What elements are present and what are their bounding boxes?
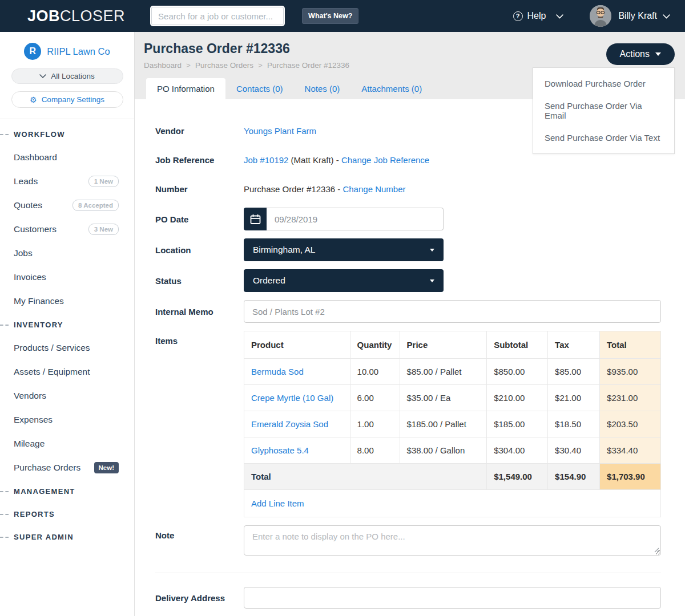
chevron-down-icon[interactable]	[663, 11, 670, 21]
status-label: Status	[155, 276, 244, 286]
sidebar-item-leads[interactable]: Leads1 New	[0, 169, 134, 193]
add-line-item-link[interactable]: Add Line Item	[251, 499, 304, 508]
customers-badge: 3 New	[88, 224, 119, 235]
section-dash-icon	[0, 134, 9, 135]
number-text: Purchase Order #12336 -	[244, 184, 342, 194]
tax-cell: $21.00	[548, 385, 600, 411]
sidebar-item-invoices[interactable]: Invoices	[0, 265, 134, 289]
top-navbar: JOBCLOSER What's New? ? Help Billy Kraft	[0, 0, 685, 32]
col-header-total: Total	[600, 331, 661, 359]
sidebar-section-management[interactable]: MANAGEMENT	[0, 480, 134, 502]
menu-item-send-po-text[interactable]: Send Purchase Order Via Text	[533, 127, 674, 149]
breadcrumb-dashboard[interactable]: Dashboard	[144, 61, 182, 70]
table-row: Emerald Zoysia Sod 1.00 $185.00 / Pallet…	[244, 411, 661, 437]
tax-cell: $30.40	[548, 437, 600, 464]
help-menu[interactable]: ? Help	[513, 11, 564, 21]
sidebar-item-dashboard[interactable]: Dashboard	[0, 145, 134, 169]
change-number-link[interactable]: Change Number	[342, 184, 405, 194]
actions-button[interactable]: Actions	[606, 43, 675, 65]
sidebar-item-my-finances[interactable]: My Finances	[0, 289, 134, 313]
page-title: Purchase Order #12336	[144, 41, 675, 56]
leads-badge: 1 New	[88, 176, 119, 187]
note-textarea[interactable]	[244, 525, 661, 556]
sidebar-section-super-admin[interactable]: SUPER ADMIN	[0, 525, 134, 548]
product-link[interactable]: Crepe Myrtle (10 Gal)	[251, 393, 333, 403]
items-table: Product Quantity Price Subtotal Tax Tota…	[244, 331, 661, 517]
company-settings-button[interactable]: ⚙ Company Settings	[11, 91, 123, 108]
menu-item-send-po-email[interactable]: Send Purchase Order Via Email	[533, 95, 674, 127]
job-reference-text: (Matt Kraft) -	[288, 155, 341, 165]
section-dash-icon	[0, 537, 9, 538]
total-tax-cell: $154.90	[548, 464, 600, 490]
delivery-address-row: Delivery Address	[155, 587, 661, 609]
sidebar-section-inventory[interactable]: INVENTORY	[0, 313, 134, 336]
sidebar-item-assets-equipment[interactable]: Assets / Equipment	[0, 360, 134, 384]
job-reference-label: Job Reference	[155, 155, 244, 165]
tab-attachments[interactable]: Attachments (0)	[350, 78, 433, 99]
breadcrumb-separator: >	[258, 61, 263, 70]
subtotal-cell: $210.00	[487, 385, 548, 411]
caret-down-icon	[430, 249, 434, 252]
location-selector-label: All Locations	[51, 72, 95, 80]
price-cell: $35.00 / Ea	[400, 385, 487, 411]
po-date-input[interactable]	[267, 208, 444, 230]
vendor-link[interactable]: Youngs Plant Farm	[244, 126, 316, 136]
total-cell: $231.00	[600, 385, 661, 411]
purchase-orders-new-badge: New!	[94, 462, 119, 473]
price-cell: $38.00 / Gallon	[400, 437, 487, 464]
product-link[interactable]: Bermuda Sod	[251, 367, 304, 376]
status-select[interactable]: Ordered	[244, 269, 444, 292]
job-link[interactable]: Job #10192	[244, 155, 288, 165]
search-input[interactable]	[150, 6, 285, 26]
items-row: Items Product Quantity Price Subtotal Ta…	[155, 331, 661, 517]
sidebar-item-customers[interactable]: Customers3 New	[0, 217, 134, 241]
company-name: RIIPL Lawn Co	[47, 46, 110, 57]
sidebar-item-jobs[interactable]: Jobs	[0, 241, 134, 265]
company-brand[interactable]: R RIIPL Lawn Co	[0, 43, 134, 60]
tab-po-information[interactable]: PO Information	[146, 78, 225, 99]
location-selector[interactable]: All Locations	[11, 68, 123, 84]
calendar-icon[interactable]	[244, 208, 267, 230]
vendor-label: Vendor	[155, 126, 244, 136]
sidebar-section-workflow[interactable]: WORKFLOW	[0, 123, 134, 145]
menu-item-download-po[interactable]: Download Purchase Order	[533, 72, 674, 95]
col-header-product: Product	[244, 331, 350, 359]
price-cell: $85.00 / Pallet	[400, 359, 487, 385]
delivery-address-line1-input[interactable]	[244, 587, 661, 609]
tab-notes[interactable]: Notes (0)	[294, 78, 351, 99]
app-logo[interactable]: JOBCLOSER	[27, 7, 125, 25]
avatar[interactable]	[590, 5, 611, 27]
sidebar-item-quotes[interactable]: Quotes8 Accepted	[0, 193, 134, 217]
grand-total-cell: $1,703.90	[600, 464, 661, 490]
caret-down-icon	[655, 52, 661, 56]
user-name[interactable]: Billy Kraft	[618, 11, 657, 21]
section-dash-icon	[0, 514, 9, 515]
sidebar-item-mileage[interactable]: Mileage	[0, 432, 134, 456]
price-cell: $185.00 / Pallet	[400, 411, 487, 437]
number-label: Number	[155, 184, 244, 194]
help-icon: ?	[513, 11, 523, 21]
section-dash-icon	[0, 325, 9, 326]
sidebar-item-purchase-orders[interactable]: Purchase OrdersNew!	[0, 456, 134, 480]
sidebar-nav: WORKFLOW Dashboard Leads1 New Quotes8 Ac…	[0, 119, 134, 548]
sidebar-item-vendors[interactable]: Vendors	[0, 384, 134, 408]
product-link[interactable]: Glyphosate 5.4	[251, 445, 309, 455]
sidebar-item-expenses[interactable]: Expenses	[0, 408, 134, 432]
col-header-quantity: Quantity	[350, 331, 400, 359]
actions-button-label: Actions	[620, 49, 650, 59]
company-settings-label: Company Settings	[42, 95, 104, 104]
location-select-value: Birmingham, AL	[253, 245, 315, 255]
chevron-down-icon	[556, 11, 563, 21]
sidebar-section-reports[interactable]: REPORTS	[0, 502, 134, 525]
change-job-reference-link[interactable]: Change Job Reference	[341, 155, 429, 165]
items-header-row: Product Quantity Price Subtotal Tax Tota…	[244, 331, 661, 359]
total-row-label: Total	[244, 464, 487, 490]
whats-new-button[interactable]: What's New?	[302, 8, 358, 24]
gear-icon: ⚙	[30, 96, 37, 104]
internal-memo-input[interactable]	[244, 300, 661, 323]
breadcrumb-purchase-orders[interactable]: Purchase Orders	[195, 61, 253, 70]
location-select[interactable]: Birmingham, AL	[244, 238, 444, 261]
tab-contacts[interactable]: Contacts (0)	[225, 78, 294, 99]
sidebar-item-products-services[interactable]: Products / Services	[0, 336, 134, 360]
product-link[interactable]: Emerald Zoysia Sod	[251, 419, 328, 429]
